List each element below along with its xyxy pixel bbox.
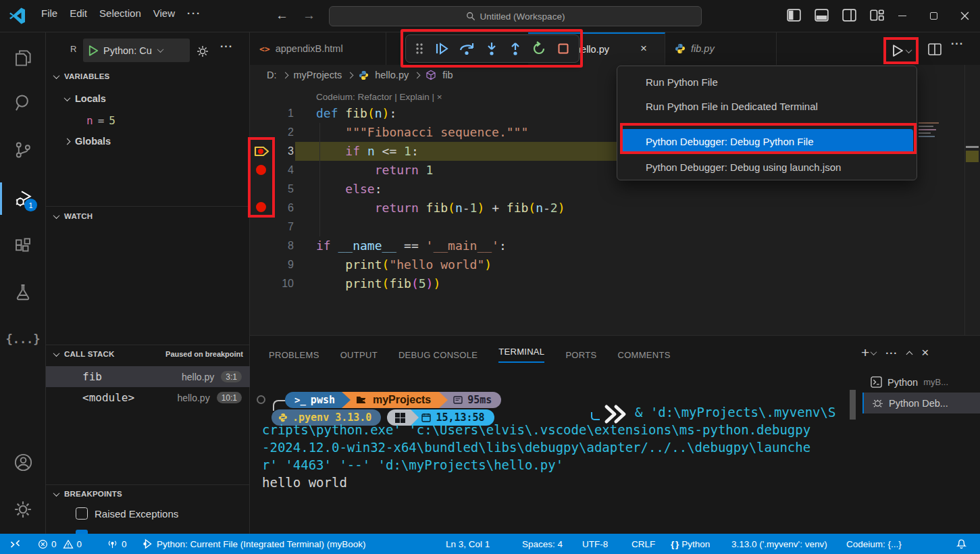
code-line-1[interactable]: def fib(n): (316, 104, 396, 123)
panel-more-ellipsis-icon[interactable]: ··· (885, 347, 898, 359)
code-line-2[interactable]: """Fibonacci sequence.""" (316, 123, 528, 142)
variables-section-header[interactable]: VARIABLES (54, 72, 109, 80)
settings-gear-icon[interactable] (0, 492, 46, 527)
watch-section-header[interactable]: WATCH (54, 212, 93, 220)
menu-run-python-file-dedicated[interactable]: Run Python File in Dedicated Terminal (617, 94, 917, 118)
menu-edit[interactable]: Edit (63, 5, 93, 22)
call-stack-frame-module[interactable]: <module> hello.py 10:1 (46, 387, 250, 408)
maximize-panel-icon[interactable] (906, 351, 913, 357)
encoding[interactable]: UTF-8 (582, 534, 608, 554)
debug-settings-gear-icon[interactable] (196, 45, 209, 58)
maximize-icon[interactable] (918, 0, 949, 32)
source-control-icon[interactable] (0, 132, 46, 168)
tab-fib-py[interactable]: fib.py (665, 32, 777, 65)
code-line-5[interactable]: else: (316, 180, 382, 199)
menu-debug-python-file[interactable]: Python Debugger: Debug Python File (621, 129, 913, 153)
close-tab-icon[interactable]: × (640, 42, 647, 55)
breakpoints-section-header[interactable]: BREAKPOINTS (54, 490, 122, 498)
menu-view[interactable]: View (147, 5, 181, 22)
minimap[interactable] (916, 65, 980, 335)
notifications-bell-icon[interactable] (956, 534, 967, 554)
cursor-position[interactable]: Ln 3, Col 1 (446, 534, 490, 554)
terminal-list-item-python-debug[interactable]: Python Deb... (862, 393, 980, 413)
views-more-ellipsis-icon[interactable]: ··· (220, 41, 233, 53)
code-line-4[interactable]: return 1 (316, 161, 433, 180)
menu-debug-launch-json[interactable]: Python Debugger: Debug using launch.json (617, 155, 917, 179)
language-mode[interactable]: { } Python (671, 534, 710, 554)
close-icon[interactable] (949, 0, 980, 32)
tab-output[interactable]: OUTPUT (340, 350, 378, 360)
restart-icon[interactable] (532, 41, 546, 56)
code-line-8[interactable]: if __name__ == '__main__': (316, 236, 507, 255)
step-out-icon[interactable] (509, 41, 522, 56)
call-stack-section-header[interactable]: CALL STACK Paused on breakpoint (54, 350, 243, 358)
code-line-9[interactable]: print("hello world") (316, 255, 492, 274)
tab-ports[interactable]: PORTS (565, 350, 596, 360)
editor-more-ellipsis-icon[interactable]: ··· (951, 38, 964, 50)
ports-indicator[interactable]: 0 (107, 534, 127, 554)
variable-n[interactable]: n = 5 (86, 114, 115, 127)
problems-summary[interactable]: 0 0 (38, 534, 82, 554)
menu-run-python-file[interactable]: Run Python File (617, 70, 917, 94)
stop-icon[interactable] (557, 42, 570, 55)
toggle-primary-sidebar-icon[interactable] (785, 7, 802, 24)
start-debug-icon[interactable] (88, 45, 99, 56)
menu-file[interactable]: File (35, 5, 63, 22)
globals-node[interactable]: Globals (65, 136, 111, 147)
menu-more-ellipsis-icon[interactable]: ··· (181, 5, 207, 22)
indentation[interactable]: Spaces: 4 (522, 534, 563, 554)
remote-indicator[interactable] (9, 534, 21, 554)
tab-comments[interactable]: COMMENTS (617, 350, 670, 360)
new-terminal-button[interactable]: + (861, 345, 876, 361)
command-decoration-icon[interactable] (257, 395, 265, 404)
run-or-debug-button[interactable] (886, 39, 917, 63)
menu-selection[interactable]: Selection (93, 5, 147, 22)
codeium-status[interactable]: Codeium: {...} (846, 534, 902, 554)
run-and-debug-icon[interactable]: 1 (0, 181, 46, 216)
code-line-6[interactable]: return fib(n-1) + fib(n-2) (316, 199, 565, 218)
tab-problems[interactable]: PROBLEMS (269, 350, 319, 360)
nav-forward-icon[interactable]: → (303, 8, 315, 23)
cwd-segment: myProjects (351, 392, 439, 408)
tab-terminal[interactable]: TERMINAL (498, 347, 544, 363)
breakpoint-raised-exceptions[interactable]: Raised Exceptions (76, 507, 178, 520)
snippets-icon[interactable]: {...} (0, 322, 46, 357)
accounts-icon[interactable] (0, 445, 46, 480)
terminal-scrollbar[interactable] (850, 390, 856, 420)
step-over-icon[interactable] (459, 41, 475, 56)
extensions-icon[interactable] (0, 228, 46, 263)
code-line-3[interactable]: if n <= 1: (316, 142, 419, 161)
drag-grip-icon[interactable] (415, 42, 424, 55)
minimize-icon[interactable] (887, 0, 918, 32)
codeium-codelens[interactable]: Codeium: Refactor | Explain | × (316, 92, 442, 102)
run-dropdown-chevron-icon[interactable] (906, 47, 912, 53)
command-center-search[interactable]: Untitled (Workspace) (329, 6, 702, 26)
toggle-secondary-sidebar-icon[interactable] (841, 7, 858, 24)
nav-back-icon[interactable]: ← (276, 8, 288, 23)
search-icon[interactable] (0, 85, 46, 120)
toggle-panel-icon[interactable] (813, 7, 830, 24)
breakpoint-icon[interactable] (256, 165, 266, 175)
terminal-list-item-python[interactable]: Python myB... (862, 372, 980, 393)
continue-icon[interactable] (434, 41, 449, 56)
locals-node[interactable]: Locals (65, 93, 106, 104)
raised-exceptions-checkbox[interactable] (76, 507, 88, 520)
debug-status[interactable]: Python: Current File (Integrated Termina… (142, 534, 366, 554)
split-editor-icon[interactable] (927, 41, 943, 57)
close-panel-icon[interactable]: × (921, 345, 929, 360)
python-interpreter[interactable]: 3.13.0 ('.myvenv': venv) (731, 534, 827, 554)
tab-debug-console[interactable]: DEBUG CONSOLE (398, 350, 478, 360)
explorer-icon[interactable] (0, 41, 46, 76)
tab-appendixb-html[interactable]: <> appendixB.html (250, 32, 386, 65)
breadcrumb[interactable]: D: myProjects hello.py fib (267, 70, 453, 80)
testing-icon[interactable] (0, 274, 46, 309)
debug-config-dropdown[interactable]: Python: Cu (83, 39, 190, 62)
current-frame-arrow-icon[interactable] (254, 145, 271, 158)
code-line-10[interactable]: print(fib(5)) (316, 274, 440, 293)
step-into-icon[interactable] (485, 41, 498, 56)
breakpoint-icon[interactable] (256, 202, 266, 212)
terminal-command-line-1: & 'd:\myProjects\.myvenv\S (635, 405, 835, 420)
customize-layout-icon[interactable] (869, 7, 885, 24)
call-stack-frame-fib[interactable]: fib hello.py 3:1 (46, 366, 250, 387)
eol-sequence[interactable]: CRLF (631, 534, 655, 554)
